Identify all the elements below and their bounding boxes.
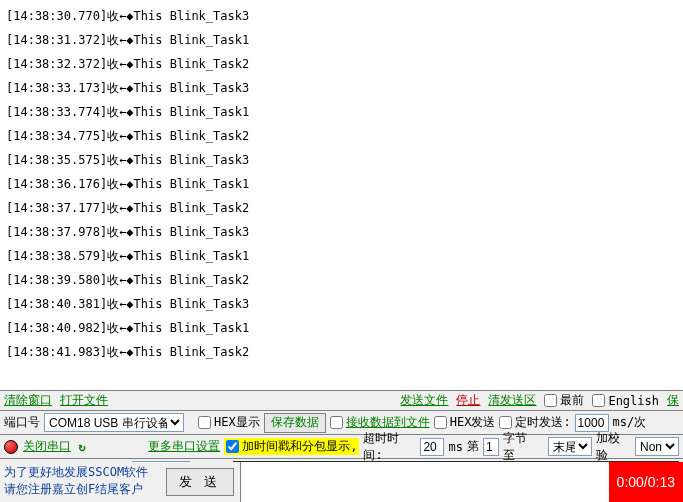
timeout-value[interactable] bbox=[420, 438, 444, 456]
send-button[interactable]: 发 送 bbox=[166, 468, 234, 496]
log-output: [14:38:30.770]收←◆This Blink_Task3[14:38:… bbox=[0, 0, 683, 391]
toolbar-settings: 关闭串口 ↻ 更多串口设置 加时间戳和分包显示, 超时时间: ms 第 字节 至… bbox=[0, 435, 683, 459]
footer: 为了更好地发展SSCOM软件 请您注册嘉立创F结尾客户 发 送 0:00/0:1… bbox=[0, 462, 683, 502]
toolbar-port: 端口号 COM18 USB 串行设备 HEX显示 保存数据 接收数据到文件 HE… bbox=[0, 411, 683, 435]
log-line: [14:38:40.982]收←◆This Blink_Task1 bbox=[6, 316, 677, 340]
timer-display: 0:00/0:13 bbox=[609, 462, 683, 502]
timed-send-label: 定时发送: bbox=[515, 414, 570, 431]
hex-send-checkbox[interactable]: HEX发送 bbox=[434, 414, 496, 431]
log-line: [14:38:37.978]收←◆This Blink_Task3 bbox=[6, 220, 677, 244]
log-line: [14:38:41.983]收←◆This Blink_Task2 bbox=[6, 340, 677, 364]
log-line: [14:38:34.775]收←◆This Blink_Task2 bbox=[6, 124, 677, 148]
english-label: English bbox=[608, 394, 659, 408]
stop-link[interactable]: 停止 bbox=[456, 392, 480, 409]
log-line: [14:38:37.177]收←◆This Blink_Task2 bbox=[6, 196, 677, 220]
timestamp-checkbox[interactable]: 加时间戳和分包显示, bbox=[224, 438, 359, 455]
port-label: 端口号 bbox=[4, 414, 40, 431]
add-check-label: 加校验 bbox=[596, 430, 631, 464]
toolbar-primary: 清除窗口 打开文件 发送文件 停止 清发送区 最前 English 保 bbox=[0, 391, 683, 411]
recv-to-file-checkbox[interactable]: 接收数据到文件 bbox=[330, 414, 430, 431]
timed-send-checkbox[interactable]: 定时发送: bbox=[499, 414, 570, 431]
port-select[interactable]: COM18 USB 串行设备 bbox=[44, 413, 184, 432]
footer-line2: 请您注册嘉立创F结尾客户 bbox=[4, 481, 156, 498]
english-checkbox[interactable]: English bbox=[592, 394, 659, 408]
open-file-link[interactable]: 打开文件 bbox=[60, 392, 108, 409]
send-file-link[interactable]: 发送文件 bbox=[400, 392, 448, 409]
clear-send-link[interactable]: 清发送区 bbox=[488, 392, 536, 409]
log-line: [14:38:40.381]收←◆This Blink_Task3 bbox=[6, 292, 677, 316]
timeout-unit: ms bbox=[448, 440, 462, 454]
log-line: [14:38:33.173]收←◆This Blink_Task3 bbox=[6, 76, 677, 100]
timeout-label: 超时时间: bbox=[363, 430, 416, 464]
timed-send-unit: ms/次 bbox=[613, 414, 647, 431]
log-line: [14:38:32.372]收←◆This Blink_Task2 bbox=[6, 52, 677, 76]
log-line: [14:38:38.579]收←◆This Blink_Task1 bbox=[6, 244, 677, 268]
log-line: [14:38:36.176]收←◆This Blink_Task1 bbox=[6, 172, 677, 196]
log-line: [14:38:31.372]收←◆This Blink_Task1 bbox=[6, 28, 677, 52]
hex-display-checkbox[interactable]: HEX显示 bbox=[198, 414, 260, 431]
timestamp-label: 加时间戳和分包显示, bbox=[242, 438, 357, 455]
log-line: [14:38:33.774]收←◆This Blink_Task1 bbox=[6, 100, 677, 124]
save-params-link[interactable]: 保 bbox=[667, 392, 679, 409]
log-line: [14:38:30.770]收←◆This Blink_Task3 bbox=[6, 4, 677, 28]
recv-to-file-label: 接收数据到文件 bbox=[346, 414, 430, 431]
save-data-button[interactable]: 保存数据 bbox=[264, 413, 326, 433]
footer-spacer bbox=[240, 462, 609, 502]
log-line: [14:38:39.580]收←◆This Blink_Task2 bbox=[6, 268, 677, 292]
more-settings-link[interactable]: 更多串口设置 bbox=[148, 438, 220, 455]
check-select[interactable]: None bbox=[635, 437, 679, 456]
clear-window-link[interactable]: 清除窗口 bbox=[4, 392, 52, 409]
nth-value[interactable] bbox=[483, 438, 499, 456]
hex-display-label: HEX显示 bbox=[214, 414, 260, 431]
end-select[interactable]: 末尾 bbox=[548, 437, 592, 456]
footer-line1: 为了更好地发展SSCOM软件 bbox=[4, 464, 156, 481]
hex-send-label: HEX发送 bbox=[450, 414, 496, 431]
port-status-icon bbox=[4, 440, 18, 454]
nth-label1: 第 bbox=[467, 438, 479, 455]
front-label: 最前 bbox=[560, 392, 584, 409]
close-port-link[interactable]: 关闭串口 bbox=[23, 438, 71, 455]
footer-info: 为了更好地发展SSCOM软件 请您注册嘉立创F结尾客户 bbox=[0, 462, 160, 502]
refresh-icon[interactable]: ↻ bbox=[74, 439, 90, 455]
log-line: [14:38:35.575]收←◆This Blink_Task3 bbox=[6, 148, 677, 172]
nth-label2: 字节 至 bbox=[503, 430, 545, 464]
front-checkbox[interactable]: 最前 bbox=[544, 392, 584, 409]
